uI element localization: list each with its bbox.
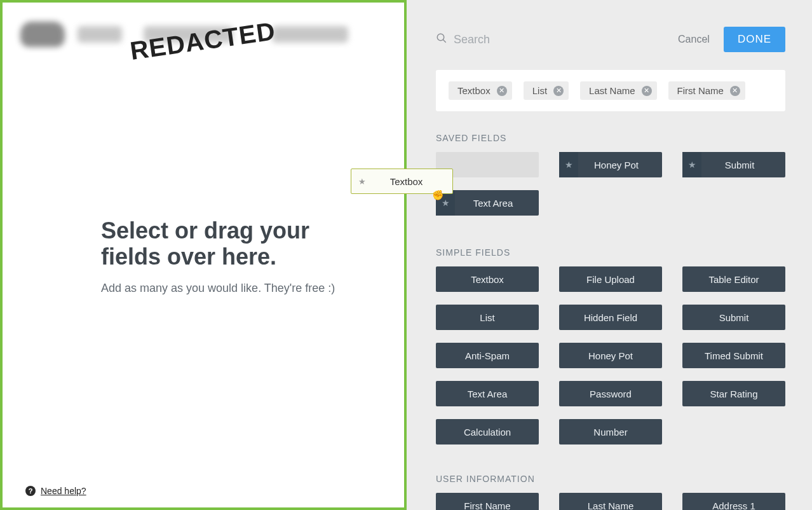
field-first-name[interactable]: First Name (436, 493, 539, 510)
user-fields-grid: First Name Last Name Address 1 (436, 493, 785, 510)
chip-list[interactable]: List ✕ (524, 81, 569, 100)
svg-line-1 (443, 39, 446, 43)
cancel-button[interactable]: Cancel (678, 34, 710, 45)
field-label: List (480, 312, 494, 323)
field-hidden-field[interactable]: Hidden Field (559, 305, 662, 330)
nav-item (272, 26, 348, 43)
field-anti-spam[interactable]: Anti-Spam (436, 343, 539, 368)
field-table-editor[interactable]: Table Editor (682, 266, 785, 292)
chip-label: Last Name (589, 85, 635, 96)
field-label: Text Area (468, 389, 508, 399)
chip-textbox[interactable]: Textbox ✕ (449, 81, 512, 100)
simple-fields-grid: Textbox File Upload Table Editor List Hi… (436, 266, 785, 445)
done-button[interactable]: DONE (724, 27, 785, 52)
field-textbox[interactable]: Textbox (436, 266, 539, 292)
palette-header: Cancel DONE (407, 0, 812, 70)
field-address-1[interactable]: Address 1 (682, 493, 785, 510)
field-list[interactable]: List (436, 305, 539, 330)
field-label: Anti-Spam (465, 350, 510, 361)
field-label: Timed Submit (705, 350, 763, 361)
section-title-user: USER INFORMATION (436, 474, 785, 484)
field-label: Number (593, 427, 627, 438)
field-honey-pot[interactable]: Honey Pot (559, 343, 662, 368)
nav-item (78, 26, 122, 43)
drop-subtext: Add as many as you would like. They're f… (101, 282, 368, 295)
field-palette: Cancel DONE Textbox ✕ List ✕ Last Name ✕… (407, 0, 812, 510)
chip-last-name[interactable]: Last Name ✕ (580, 81, 657, 100)
field-file-upload[interactable]: File Upload (559, 266, 662, 292)
chip-remove-icon[interactable]: ✕ (642, 86, 652, 96)
field-label: Text Area (462, 198, 513, 209)
search-input[interactable] (454, 33, 672, 46)
field-label: File Upload (586, 274, 635, 285)
field-label: Last Name (588, 500, 634, 511)
field-star-rating[interactable]: Star Rating (682, 381, 785, 406)
grab-cursor-icon: ✊ (432, 190, 444, 201)
field-label: Address 1 (712, 500, 755, 511)
help-label: Need help? (41, 486, 86, 496)
field-submit[interactable]: Submit (682, 305, 785, 330)
chip-label: First Name (677, 85, 724, 96)
field-label: Star Rating (710, 389, 757, 399)
field-honey-pot-saved[interactable]: ★ Honey Pot (559, 152, 662, 177)
search-icon (436, 32, 447, 47)
field-label: Submit (714, 160, 755, 170)
selected-chips-box: Textbox ✕ List ✕ Last Name ✕ First Name … (436, 70, 785, 111)
field-label: Textbox (471, 274, 504, 285)
field-label: Hidden Field (584, 312, 637, 323)
star-icon: ★ (354, 177, 370, 186)
field-number[interactable]: Number (559, 419, 662, 445)
saved-fields-grid: ★ Honey Pot ★ Submit ★ Text Area (436, 152, 785, 216)
field-submit-saved[interactable]: ★ Submit (682, 152, 785, 177)
field-timed-submit[interactable]: Timed Submit (682, 343, 785, 368)
chip-label: Textbox (457, 85, 491, 96)
field-label: Submit (719, 312, 749, 323)
need-help-link[interactable]: ? Need help? (25, 486, 86, 496)
field-password[interactable]: Password (559, 381, 662, 406)
section-title-simple: SIMPLE FIELDS (436, 247, 785, 258)
form-canvas[interactable]: REDACTED Select or drag your fields over… (0, 0, 407, 510)
chip-first-name[interactable]: First Name ✕ (668, 81, 745, 100)
drop-zone-message: Select or drag your fields over here. Ad… (101, 217, 368, 295)
field-calculation[interactable]: Calculation (436, 419, 539, 445)
chip-remove-icon[interactable]: ✕ (730, 86, 740, 96)
chip-label: List (532, 85, 547, 96)
field-text-area-saved[interactable]: ★ Text Area (436, 190, 539, 216)
svg-point-0 (437, 34, 444, 41)
field-label: Password (590, 389, 632, 399)
section-title-saved: SAVED FIELDS (436, 133, 785, 143)
field-label: Honey Pot (583, 160, 639, 170)
field-label: Honey Pot (588, 350, 633, 361)
drop-heading: Select or drag your fields over here. (101, 217, 368, 270)
dragging-field-label: Textbox (370, 176, 452, 187)
star-icon: ★ (682, 152, 701, 177)
help-icon: ? (25, 486, 36, 496)
chip-remove-icon[interactable]: ✕ (497, 86, 507, 96)
chip-remove-icon[interactable]: ✕ (553, 86, 564, 96)
field-label: Calculation (464, 427, 511, 438)
star-icon: ★ (559, 152, 578, 177)
field-last-name[interactable]: Last Name (559, 493, 662, 510)
field-label: First Name (464, 500, 510, 511)
field-text-area[interactable]: Text Area (436, 381, 539, 406)
app-logo (20, 22, 65, 47)
field-label: Table Editor (708, 274, 759, 285)
